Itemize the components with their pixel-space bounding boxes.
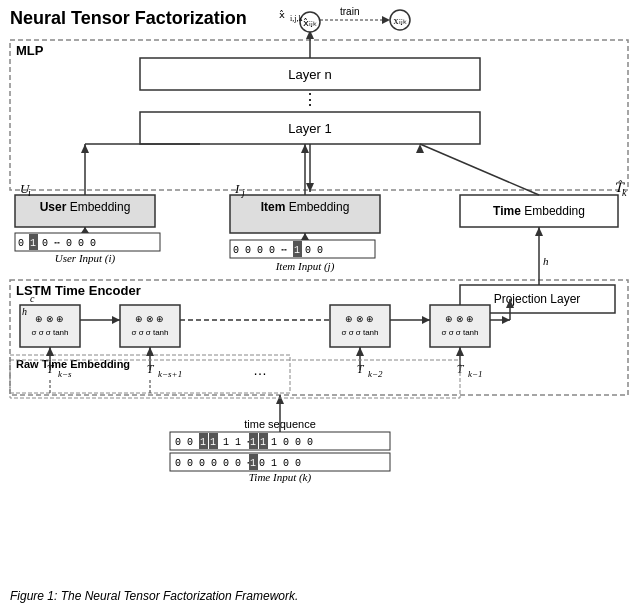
svg-marker-52 — [301, 233, 309, 240]
svg-text:1: 1 — [260, 437, 266, 448]
svg-text:User Input (i): User Input (i) — [55, 252, 116, 265]
svg-marker-101 — [456, 347, 464, 356]
diagram-container: Neural Tensor Factorization MLP Layer n … — [0, 0, 640, 613]
svg-text:Item Input (j): Item Input (j) — [275, 260, 335, 273]
svg-text:h: h — [543, 255, 549, 267]
svg-text:σ σ σ tanh: σ σ σ tanh — [131, 328, 168, 337]
svg-text:⊕ ⊗ ⊕: ⊕ ⊗ ⊕ — [445, 314, 474, 324]
svg-text:k−s: k−s — [58, 369, 72, 379]
svg-text:0 0 0 0 ⋯ 1 0 0: 0 0 0 0 ⋯ 1 0 0 — [233, 245, 323, 256]
svg-marker-25 — [301, 144, 309, 153]
svg-marker-99 — [356, 347, 364, 356]
svg-text:i: i — [28, 187, 31, 198]
svg-text:Time
       Embedding: Time Embedding — [493, 204, 585, 218]
svg-text:0 0 0 0 0 0 ⋯ 0 1 0 0: 0 0 0 0 0 0 ⋯ 0 1 0 0 — [175, 458, 301, 469]
svg-text:…: … — [253, 362, 267, 378]
svg-text:1: 1 — [200, 437, 206, 448]
svg-text:1: 1 — [250, 437, 256, 448]
svg-text:Time Input (k): Time Input (k) — [249, 471, 312, 484]
svg-marker-95 — [46, 347, 54, 356]
svg-text:1: 1 — [294, 245, 300, 256]
svg-marker-45 — [81, 227, 89, 233]
svg-text:0 0 0 0 1 1 ⋯ 1 1 0 0 0: 0 0 0 0 1 1 ⋯ 1 1 0 0 0 — [175, 437, 313, 448]
svg-text:LSTM Time Encoder: LSTM Time Encoder — [16, 283, 141, 298]
svg-text:Layer n: Layer n — [288, 67, 331, 82]
svg-text:I: I — [234, 181, 240, 196]
svg-marker-97 — [146, 347, 154, 356]
svg-text:⋮: ⋮ — [302, 91, 318, 108]
svg-marker-82 — [502, 316, 510, 324]
svg-marker-22 — [81, 144, 89, 153]
svg-line-26 — [420, 144, 539, 195]
svg-text:Projection Layer: Projection Layer — [494, 292, 581, 306]
svg-rect-69 — [120, 305, 180, 347]
svg-text:k−2: k−2 — [368, 369, 383, 379]
svg-marker-119 — [276, 395, 284, 404]
svg-rect-62 — [20, 305, 80, 347]
svg-marker-80 — [422, 316, 430, 324]
svg-marker-58 — [535, 227, 543, 236]
svg-text:k: k — [622, 187, 627, 198]
svg-text:⊕ ⊗ ⊕: ⊕ ⊗ ⊕ — [345, 314, 374, 324]
svg-text:1: 1 — [250, 458, 256, 469]
svg-text:h: h — [22, 306, 27, 317]
svg-text:σ σ σ tanh: σ σ σ tanh — [441, 328, 478, 337]
svg-text:i,j,k: i,j,k — [290, 14, 302, 23]
svg-text:train: train — [340, 6, 359, 17]
svg-text:⊕ ⊗ ⊕: ⊕ ⊗ ⊕ — [35, 314, 64, 324]
svg-text:c: c — [30, 293, 35, 304]
svg-text:Item
       Embedding: Item Embedding — [261, 200, 350, 214]
svg-rect-76 — [430, 305, 490, 347]
svg-text:xᵢⱼₖ: xᵢⱼₖ — [394, 15, 407, 26]
svg-text:1: 1 — [30, 238, 36, 249]
svg-marker-35 — [382, 16, 390, 24]
svg-rect-73 — [330, 305, 390, 347]
svg-text:⊕ ⊗ ⊕: ⊕ ⊗ ⊕ — [135, 314, 164, 324]
svg-text:x̂ᵢⱼₖ: x̂ᵢⱼₖ — [303, 17, 317, 28]
svg-text:1: 1 — [210, 437, 216, 448]
svg-text:k−s+1: k−s+1 — [158, 369, 182, 379]
svg-text:User
       Embedding: User Embedding — [40, 200, 131, 214]
svg-text:Layer 1: Layer 1 — [288, 121, 331, 136]
svg-text:k−1: k−1 — [468, 369, 483, 379]
svg-marker-66 — [112, 316, 120, 324]
svg-text:σ σ σ tanh: σ σ σ tanh — [31, 328, 68, 337]
svg-text:MLP: MLP — [16, 43, 44, 58]
svg-text:Figure 1: The Neural Tensor Fa: Figure 1: The Neural Tensor Factorizatio… — [10, 589, 298, 603]
svg-text:x̂: x̂ — [279, 9, 285, 20]
svg-text:σ σ σ tanh: σ σ σ tanh — [341, 328, 378, 337]
